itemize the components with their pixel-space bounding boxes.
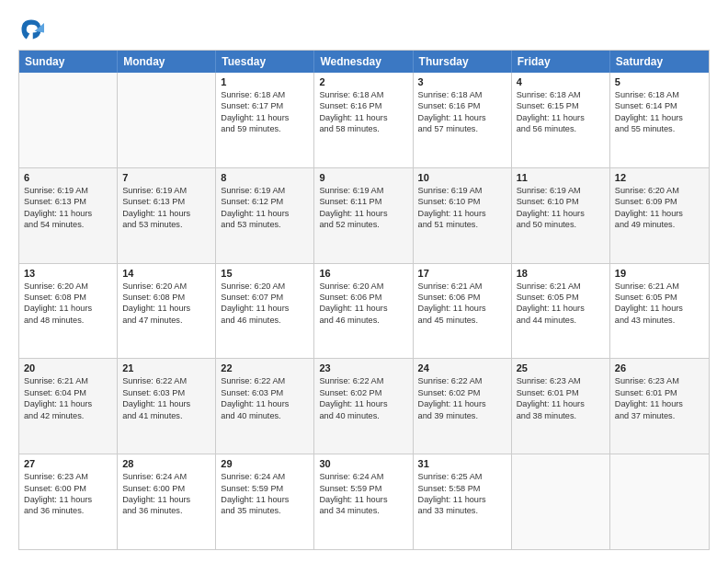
cell-info-line: Sunset: 6:08 PM xyxy=(24,292,112,303)
cell-info-line: and 43 minutes. xyxy=(615,315,704,326)
cell-info-line: Sunrise: 6:19 AM xyxy=(319,185,407,196)
calendar-week-row: 6Sunrise: 6:19 AMSunset: 6:13 PMDaylight… xyxy=(19,167,709,263)
cell-info-line: Sunset: 6:01 PM xyxy=(517,387,605,398)
cell-info-line: Sunrise: 6:18 AM xyxy=(221,89,309,100)
cell-info-line: Daylight: 11 hours xyxy=(615,303,704,314)
weekday-header: Friday xyxy=(512,51,610,73)
weekday-header: Sunday xyxy=(19,51,118,73)
cell-info-line: Daylight: 11 hours xyxy=(122,398,210,409)
calendar-cell: 6Sunrise: 6:19 AMSunset: 6:13 PMDaylight… xyxy=(19,168,118,263)
day-number: 3 xyxy=(418,76,506,87)
cell-info-line: and 40 minutes. xyxy=(221,410,309,421)
calendar-cell: 20Sunrise: 6:21 AMSunset: 6:04 PMDayligh… xyxy=(19,359,118,454)
cell-info-line: Sunrise: 6:21 AM xyxy=(418,281,506,292)
day-number: 12 xyxy=(615,172,704,183)
cell-info-line: Daylight: 11 hours xyxy=(122,208,210,219)
cell-info-line: Sunset: 6:00 PM xyxy=(24,483,112,494)
cell-info-line: Sunset: 6:04 PM xyxy=(24,387,112,398)
cell-info-line: Sunset: 5:59 PM xyxy=(221,483,309,494)
day-number: 24 xyxy=(418,362,506,373)
cell-info-line: and 57 minutes. xyxy=(418,123,506,134)
cell-info-line: Sunset: 6:03 PM xyxy=(122,387,210,398)
cell-info-line: Sunrise: 6:19 AM xyxy=(418,185,506,196)
cell-info-line: Daylight: 11 hours xyxy=(221,398,309,409)
cell-info-line: and 47 minutes. xyxy=(122,315,210,326)
cell-info-line: Sunrise: 6:24 AM xyxy=(319,471,407,482)
cell-info-line: Sunrise: 6:20 AM xyxy=(319,281,407,292)
cell-info-line: Daylight: 11 hours xyxy=(517,208,605,219)
cell-info-line: Sunrise: 6:19 AM xyxy=(517,185,605,196)
cell-info-line: Sunset: 6:14 PM xyxy=(615,100,704,111)
calendar-week-row: 13Sunrise: 6:20 AMSunset: 6:08 PMDayligh… xyxy=(19,263,709,359)
calendar-cell: 13Sunrise: 6:20 AMSunset: 6:08 PMDayligh… xyxy=(19,264,118,359)
calendar-cell xyxy=(118,73,216,167)
cell-info-line: and 48 minutes. xyxy=(24,315,112,326)
cell-info-line: Sunset: 6:07 PM xyxy=(221,292,309,303)
cell-info-line: Daylight: 11 hours xyxy=(418,303,506,314)
cell-info-line: Daylight: 11 hours xyxy=(221,494,309,505)
calendar-cell: 8Sunrise: 6:19 AMSunset: 6:12 PMDaylight… xyxy=(216,168,314,263)
logo-icon xyxy=(18,17,44,42)
day-number: 31 xyxy=(418,458,506,469)
day-number: 2 xyxy=(319,76,407,87)
cell-info-line: and 42 minutes. xyxy=(24,410,112,421)
cell-info-line: Sunrise: 6:20 AM xyxy=(24,281,112,292)
calendar-cell: 7Sunrise: 6:19 AMSunset: 6:13 PMDaylight… xyxy=(118,168,216,263)
cell-info-line: and 41 minutes. xyxy=(122,410,210,421)
cell-info-line: Sunset: 6:01 PM xyxy=(615,387,704,398)
cell-info-line: and 37 minutes. xyxy=(615,410,704,421)
day-number: 6 xyxy=(24,172,112,183)
cell-info-line: Sunset: 6:05 PM xyxy=(517,292,605,303)
day-number: 10 xyxy=(418,172,506,183)
cell-info-line: Daylight: 11 hours xyxy=(615,208,704,219)
page-header xyxy=(18,17,710,42)
calendar-page: SundayMondayTuesdayWednesdayThursdayFrid… xyxy=(0,0,728,563)
cell-info-line: Daylight: 11 hours xyxy=(319,208,407,219)
cell-info-line: and 58 minutes. xyxy=(319,123,407,134)
calendar-week-row: 27Sunrise: 6:23 AMSunset: 6:00 PMDayligh… xyxy=(19,454,709,549)
calendar-cell: 17Sunrise: 6:21 AMSunset: 6:06 PMDayligh… xyxy=(414,264,512,359)
cell-info-line: Daylight: 11 hours xyxy=(24,208,112,219)
cell-info-line: Sunrise: 6:25 AM xyxy=(418,471,506,482)
cell-info-line: Sunrise: 6:18 AM xyxy=(615,89,704,100)
calendar-cell: 16Sunrise: 6:20 AMSunset: 6:06 PMDayligh… xyxy=(314,264,413,359)
cell-info-line: Sunrise: 6:23 AM xyxy=(24,471,112,482)
cell-info-line: Sunset: 6:16 PM xyxy=(319,100,407,111)
cell-info-line: Sunset: 6:12 PM xyxy=(221,196,309,207)
cell-info-line: and 53 minutes. xyxy=(122,219,210,230)
calendar-cell: 18Sunrise: 6:21 AMSunset: 6:05 PMDayligh… xyxy=(512,264,610,359)
cell-info-line: Sunset: 6:02 PM xyxy=(418,387,506,398)
cell-info-line: and 52 minutes. xyxy=(319,219,407,230)
calendar-cell: 30Sunrise: 6:24 AMSunset: 5:59 PMDayligh… xyxy=(314,454,413,549)
cell-info-line: Daylight: 11 hours xyxy=(221,303,309,314)
calendar-cell: 22Sunrise: 6:22 AMSunset: 6:03 PMDayligh… xyxy=(216,359,314,454)
cell-info-line: Daylight: 11 hours xyxy=(418,112,506,123)
day-number: 19 xyxy=(615,268,704,279)
calendar-cell: 14Sunrise: 6:20 AMSunset: 6:08 PMDayligh… xyxy=(118,264,216,359)
cell-info-line: Sunrise: 6:19 AM xyxy=(221,185,309,196)
cell-info-line: Sunset: 6:06 PM xyxy=(418,292,506,303)
calendar-cell: 4Sunrise: 6:18 AMSunset: 6:15 PMDaylight… xyxy=(512,73,610,167)
cell-info-line: Sunrise: 6:21 AM xyxy=(517,281,605,292)
day-number: 23 xyxy=(319,362,407,373)
day-number: 25 xyxy=(517,362,605,373)
cell-info-line: Sunrise: 6:22 AM xyxy=(221,375,309,386)
calendar-cell: 29Sunrise: 6:24 AMSunset: 5:59 PMDayligh… xyxy=(216,454,314,549)
cell-info-line: and 51 minutes. xyxy=(418,219,506,230)
cell-info-line: Daylight: 11 hours xyxy=(24,398,112,409)
cell-info-line: Daylight: 11 hours xyxy=(319,303,407,314)
cell-info-line: Daylight: 11 hours xyxy=(24,303,112,314)
day-number: 16 xyxy=(319,268,407,279)
cell-info-line: Sunrise: 6:22 AM xyxy=(418,375,506,386)
cell-info-line: and 38 minutes. xyxy=(517,410,605,421)
cell-info-line: Sunset: 6:15 PM xyxy=(517,100,605,111)
day-number: 15 xyxy=(221,268,309,279)
cell-info-line: Sunrise: 6:19 AM xyxy=(122,185,210,196)
cell-info-line: Daylight: 11 hours xyxy=(319,398,407,409)
calendar-cell: 19Sunrise: 6:21 AMSunset: 6:05 PMDayligh… xyxy=(610,264,709,359)
calendar-cell: 24Sunrise: 6:22 AMSunset: 6:02 PMDayligh… xyxy=(414,359,512,454)
cell-info-line: and 46 minutes. xyxy=(221,315,309,326)
day-number: 8 xyxy=(221,172,309,183)
cell-info-line: Sunset: 6:13 PM xyxy=(24,196,112,207)
calendar-cell: 12Sunrise: 6:20 AMSunset: 6:09 PMDayligh… xyxy=(610,168,709,263)
